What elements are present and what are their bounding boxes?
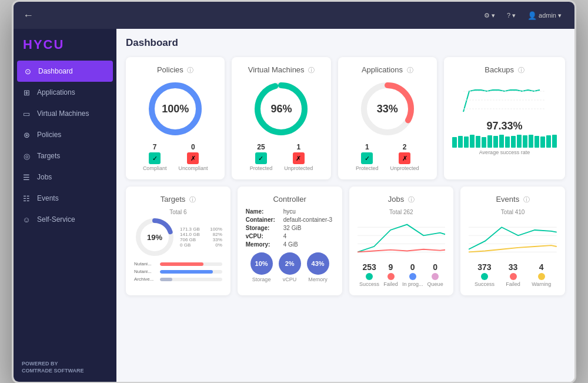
sidebar-item-applications[interactable]: ⊞ Applications [14,82,116,103]
backups-percentage: 97.33% [452,120,557,132]
main-content: Dashboard Policies ⓘ [116,29,574,382]
sidebar-item-jobs[interactable]: ☰ Jobs [14,166,116,188]
vms-icon: ▭ [22,109,31,118]
policies-donut: 100% [134,79,216,138]
events-stats: 373 Success 33 Failed 4 [469,262,557,287]
vm-protected-icon: ✓ [255,152,267,164]
user-menu[interactable]: 👤 admin▾ [524,9,565,22]
job-inprogress: 0 In prog... [402,262,423,287]
targets-percent: 19% [147,233,162,242]
jobs-title: Jobs ⓘ [358,195,446,204]
targets-icon: ◎ [22,151,31,161]
targets-legend: 171.3 GB100% 141.0 GB82% 706 GB33% 0 GB0… [180,227,222,248]
sidebar-item-policies[interactable]: ⊛ Policies [14,124,116,145]
back-button[interactable]: ← [23,9,34,22]
controller-circles: 10% Storage 2% vCPU 43% Memory [246,252,334,282]
targets-info-icon[interactable]: ⓘ [189,196,196,203]
app-unprotected-icon: ✗ [399,152,410,164]
vms-donut: 96% [240,79,322,138]
storage-circle: 10% Storage [250,252,273,282]
app-protected-icon: ✓ [361,152,373,164]
sidebar-footer: POWERED BY COMTRADE SOFTWARE [14,353,116,382]
backups-bar-chart [452,135,557,148]
events-title: Events ⓘ [469,195,557,204]
sidebar-item-vms[interactable]: ▭ Virtual Machines [14,103,116,124]
targets-bars: Nutani... Nutani... Archive... [134,261,222,282]
vm-protected-stat: 25 ✓ Protected [250,143,273,171]
policies-icon: ⊛ [22,130,31,139]
controller-info: Name: hycu Container: default-container-… [246,208,334,248]
job-queue: 0 Queue [427,262,443,287]
events-line-chart [469,218,557,259]
applications-icon: ⊞ [22,88,31,97]
events-icon: ☷ [22,194,31,203]
app-protected-stat: 1 ✓ Protected [356,143,379,171]
app-unprotected-stat: 2 ✗ Unprotected [390,143,419,171]
vcpu-circle: 2% vCPU [279,252,301,282]
vms-card: Virtual Machines ⓘ 96% 25 [232,57,330,179]
applications-card: Applications ⓘ 33% 1 [338,57,437,179]
targets-total: Total 6 [134,209,222,215]
help-button[interactable]: ?▾ [503,9,519,22]
controller-card: Controller Name: hycu Container: default… [238,186,342,295]
compliant-icon: ✓ [149,152,161,164]
backups-line-chart [452,79,557,118]
uncompliant-icon: ✗ [187,152,199,164]
apps-info-icon[interactable]: ⓘ [407,66,413,74]
dashboard-icon: ⊙ [23,66,32,76]
backups-info-icon[interactable]: ⓘ [518,66,524,74]
jobs-stats: 253 Success 9 Failed 0 [358,262,446,287]
applications-title: Applications ⓘ [346,65,429,75]
avg-label: Average success rate [452,149,557,155]
jobs-icon: ☰ [22,172,31,182]
jobs-total: Total 262 [358,209,446,215]
job-failed: 9 Failed [383,262,398,287]
apps-donut: 33% [346,79,429,138]
policies-info-icon[interactable]: ⓘ [187,66,193,74]
sidebar-item-targets[interactable]: ◎ Targets [14,145,116,166]
self-service-icon: ☺ [22,215,31,224]
controller-title: Controller [246,195,334,204]
jobs-line-chart [358,218,446,259]
events-total: Total 410 [469,209,557,215]
policies-card: Policies ⓘ 100% 7 [126,57,225,179]
logo: HYCU [14,29,116,61]
vm-unprotected-icon: ✗ [293,152,305,164]
job-success: 253 Success [359,262,379,287]
event-failed: 33 Failed [506,262,520,287]
sidebar: HYCU ⊙ Dashboard ⊞ Applications ▭ Virtua… [14,29,116,382]
backups-card: Backups ⓘ 97.33% [444,57,565,179]
jobs-card: Jobs ⓘ Total 262 [349,186,454,295]
memory-circle: 43% Memory [307,252,329,282]
events-card: Events ⓘ Total 410 [460,186,565,295]
sidebar-item-events[interactable]: ☷ Events [14,188,116,209]
vm-unprotected-stat: 1 ✗ Unprotected [284,143,313,171]
jobs-info-icon[interactable]: ⓘ [408,196,415,203]
event-success: 373 Success [475,262,495,287]
targets-title: Targets ⓘ [134,195,222,204]
vms-info-icon[interactable]: ⓘ [308,66,315,74]
page-title: Dashboard [126,37,565,49]
uncompliant-stat: 0 ✗ Uncompliant [178,143,208,171]
targets-card: Targets ⓘ Total 6 [126,186,230,295]
event-warning: 4 Warning [532,262,551,287]
events-info-icon[interactable]: ⓘ [523,196,530,203]
policies-title: Policies ⓘ [134,65,216,75]
compliant-stat: 7 ✓ Compliant [143,143,167,171]
sidebar-item-self-service[interactable]: ☺ Self-Service [14,209,116,230]
sidebar-item-dashboard[interactable]: ⊙ Dashboard [17,61,113,82]
vms-title: Virtual Machines ⓘ [240,65,322,75]
backups-title: Backups ⓘ [452,65,557,75]
settings-button[interactable]: ⚙▾ [480,9,499,22]
